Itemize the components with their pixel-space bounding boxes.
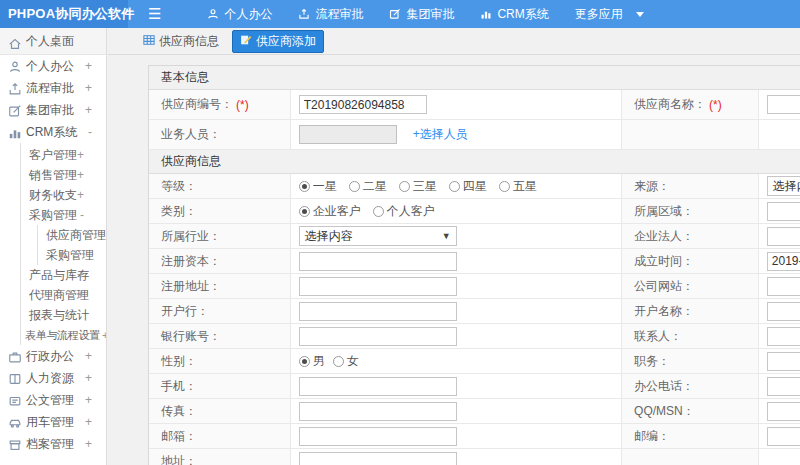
expand-plus-icon[interactable]: + — [85, 433, 92, 455]
radio-four-star[interactable]: 四星 — [449, 178, 487, 195]
sidebar-item-purchase-mgmt[interactable]: 采购管理 - — [21, 205, 106, 225]
radio-male[interactable]: 男 — [299, 353, 325, 370]
choose-staff-link[interactable]: +选择人员 — [413, 126, 468, 143]
chart-icon — [480, 8, 492, 20]
email-input[interactable] — [299, 427, 457, 446]
form-row: 供应商编号： (*) 供应商名称： (*) — [149, 90, 800, 120]
account-name-input[interactable] — [767, 302, 800, 321]
sidebar-item-label: CRM系统 — [26, 125, 77, 139]
nav-item-more-apps[interactable]: 更多应用 — [575, 6, 644, 23]
category-radio-group: 企业客户 个人客户 — [299, 203, 435, 220]
expand-plus-icon[interactable]: + — [85, 411, 92, 433]
legal-person-input[interactable] — [767, 227, 800, 246]
expand-plus-icon[interactable]: + — [85, 55, 92, 77]
bank-account-label: 银行账号： — [149, 324, 291, 348]
nav-item-group-approval[interactable]: 集团审批 — [389, 6, 454, 23]
form-row: 性别： 男 女 职务： — [149, 349, 800, 374]
expand-plus-icon[interactable]: + — [77, 285, 84, 305]
contact-label: 联系人： — [622, 324, 759, 348]
founded-date-input[interactable] — [767, 252, 800, 271]
sidebar-item-personal-office[interactable]: 个人办公 + — [0, 55, 106, 77]
nav-item-personal-office[interactable]: 个人办公 — [207, 6, 272, 23]
form-row: 所属行业： 选择内容▼ 企业法人： — [149, 224, 800, 249]
sidebar-item-finance[interactable]: 财务收支 + — [21, 185, 106, 205]
region-label: 所属区域： — [622, 199, 759, 223]
office-phone-input[interactable] — [767, 377, 800, 396]
radio-three-star[interactable]: 三星 — [399, 178, 437, 195]
sidebar-item-agent-mgmt[interactable]: 代理商管理 + — [21, 285, 106, 305]
tab-supplier-info[interactable]: 供应商信息 — [136, 31, 226, 52]
expand-plus-icon[interactable]: + — [85, 367, 92, 389]
collapse-minus-icon[interactable]: - — [88, 121, 92, 143]
region-input[interactable] — [767, 202, 800, 221]
expand-plus-icon[interactable]: + — [85, 77, 92, 99]
job-title-input[interactable] — [767, 352, 800, 371]
contact-input[interactable] — [767, 327, 800, 346]
radio-female[interactable]: 女 — [333, 353, 359, 370]
bank-account-input[interactable] — [299, 327, 457, 346]
radio-personal-customer[interactable]: 个人客户 — [373, 203, 435, 220]
address-input[interactable] — [299, 452, 457, 465]
form-row: 传真： QQ/MSN： — [149, 399, 800, 424]
sidebar-item-product-inventory[interactable]: 产品与库存 + — [21, 265, 106, 285]
nav-item-crm-system[interactable]: CRM系统 — [480, 6, 548, 23]
expand-plus-icon[interactable]: + — [77, 265, 84, 285]
expand-plus-icon[interactable]: + — [85, 99, 92, 121]
tab-supplier-add[interactable]: 供应商添加 — [232, 30, 324, 53]
fax-input[interactable] — [299, 402, 457, 421]
sidebar-item-personal-desktop[interactable]: 个人桌面 — [0, 28, 106, 55]
radio-icon — [333, 356, 344, 367]
expand-plus-icon[interactable]: + — [77, 145, 84, 165]
sidebar-item-crm-system[interactable]: CRM系统 - — [0, 121, 106, 143]
form-row: 注册地址： 公司网站： — [149, 274, 800, 299]
registered-capital-input[interactable] — [299, 252, 457, 271]
form-row: 等级： 一星 二星 三星 四星 五星 来源： 选择内容▼ — [149, 174, 800, 199]
radio-five-star[interactable]: 五星 — [499, 178, 537, 195]
expand-plus-icon[interactable]: + — [77, 185, 84, 205]
sidebar-item-archive-mgmt[interactable]: 档案管理 + — [0, 433, 106, 455]
supplier-code-input[interactable] — [299, 95, 427, 114]
zipcode-input[interactable] — [767, 427, 800, 446]
sidebar-item-process-approval[interactable]: 流程审批 + — [0, 77, 106, 99]
source-select[interactable]: 选择内容▼ — [767, 176, 800, 196]
sidebar-item-document-mgmt[interactable]: 公文管理 + — [0, 389, 106, 411]
radio-two-star[interactable]: 二星 — [349, 178, 387, 195]
account-name-label: 开户名称： — [622, 299, 759, 323]
radio-one-star[interactable]: 一星 — [299, 178, 337, 195]
sidebar-item-hr[interactable]: 人力资源 + — [0, 367, 106, 389]
collapse-minus-icon[interactable]: - — [80, 205, 84, 225]
sidebar-item-vehicle-mgmt[interactable]: 用车管理 + — [0, 411, 106, 433]
gender-label: 性别： — [149, 349, 291, 373]
expand-plus-icon[interactable]: + — [77, 165, 84, 185]
radio-company-customer[interactable]: 企业客户 — [299, 203, 361, 220]
expand-plus-icon[interactable]: + — [85, 389, 92, 411]
sidebar-item-label: 采购管理 — [29, 208, 77, 222]
expand-plus-icon[interactable]: + — [102, 329, 107, 341]
sidebar-item-supplier-mgmt[interactable]: 供应商管理 — [38, 225, 106, 245]
sidebar-item-label: 供应商管理 — [46, 228, 106, 242]
sidebar-item-reports-stats[interactable]: 报表与统计 — [21, 305, 106, 325]
caret-down-icon: ▼ — [442, 231, 451, 241]
table-icon — [143, 34, 155, 49]
sidebar-item-label: 销售管理 — [29, 168, 77, 182]
mobile-input[interactable] — [299, 377, 457, 396]
sidebar-item-label: 用车管理 — [26, 415, 74, 429]
sidebar-item-admin-office[interactable]: 行政办公 + — [0, 345, 106, 367]
sidebar-item-group-approval[interactable]: 集团审批 + — [0, 99, 106, 121]
expand-plus-icon[interactable]: + — [85, 345, 92, 367]
supplier-name-input[interactable] — [767, 95, 800, 114]
website-input[interactable] — [767, 277, 800, 296]
registered-address-input[interactable] — [299, 277, 457, 296]
qq-msn-input[interactable] — [767, 402, 800, 421]
sidebar-item-sales-mgmt[interactable]: 销售管理 + — [21, 165, 106, 185]
sidebar-item-customer-mgmt[interactable]: 客户管理 + — [21, 145, 106, 165]
crm-submenu: 客户管理 + 销售管理 + 财务收支 + 采购管理 - 供应商管理 采购管理 产… — [20, 143, 106, 345]
sidebar-item-purchasing[interactable]: 采购管理 — [38, 245, 106, 265]
sidebar-item-form-flow-settings[interactable]: 表单与流程设置+ — [21, 325, 106, 345]
industry-select[interactable]: 选择内容▼ — [299, 226, 457, 246]
nav-item-process-approval[interactable]: 流程审批 — [298, 6, 363, 23]
radio-icon — [499, 181, 510, 192]
hamburger-menu-icon[interactable]: ☰ — [148, 5, 161, 23]
bank-input[interactable] — [299, 302, 457, 321]
supplier-add-form: 基本信息 供应商编号： (*) 供应商名称： (*) 业务人员： — [148, 65, 800, 465]
